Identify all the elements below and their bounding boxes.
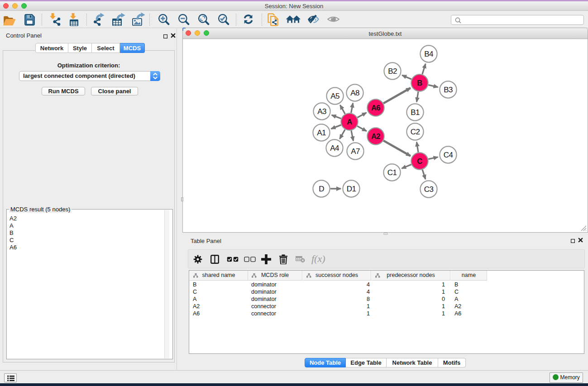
svg-text:A3: A3 [317,107,326,116]
svg-text:A6: A6 [371,104,380,112]
svg-text:B3: B3 [444,86,453,94]
svg-text:C: C [417,157,422,165]
svg-text:D: D [319,185,324,193]
svg-text:B: B [417,79,422,87]
svg-text:A7: A7 [351,147,360,156]
svg-text:B4: B4 [424,50,433,58]
svg-text:C2: C2 [411,128,420,136]
svg-text:C1: C1 [387,168,397,177]
svg-text:D1: D1 [347,185,356,193]
svg-text:B2: B2 [388,67,397,76]
svg-text:A8: A8 [350,89,359,97]
svg-text:C4: C4 [444,151,453,159]
svg-text:A4: A4 [330,144,339,152]
svg-text:B1: B1 [411,108,420,117]
svg-text:A: A [347,118,352,126]
svg-text:A2: A2 [371,132,380,140]
svg-text:C3: C3 [424,185,434,194]
svg-text:A1: A1 [317,129,326,137]
svg-text:A5: A5 [330,92,339,100]
